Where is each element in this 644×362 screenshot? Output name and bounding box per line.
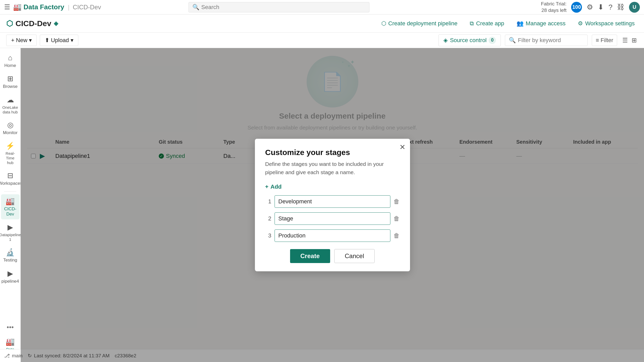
new-button[interactable]: + New ▾ — [6, 35, 37, 46]
search-bar[interactable]: 🔍 Search — [188, 2, 369, 12]
git-branch-icon: ⎇ — [4, 353, 10, 359]
plus-add-icon: + — [265, 183, 269, 190]
delete-stage-1-button[interactable]: 🗑 — [393, 198, 400, 205]
stage-num-2: 2 — [265, 215, 271, 222]
full-layout: ⌂ Home ⊞ Browse ☁ OneLakedata hub ◎ Moni… — [0, 48, 644, 362]
source-control-icon: ◈ — [443, 37, 448, 44]
customize-stages-modal: ✕ Customize your stages Define the stage… — [255, 139, 410, 271]
modal-close-button[interactable]: ✕ — [399, 143, 405, 151]
user-avatar[interactable]: U — [629, 2, 640, 13]
workspaces-icon: ⊟ — [7, 171, 13, 180]
stage-num-3: 3 — [265, 232, 271, 239]
chevron-down-icon-upload: ▾ — [71, 37, 73, 44]
plus-icon: + — [11, 37, 14, 44]
stage-row-1: 1 🗑 — [265, 195, 400, 208]
cicddev-icon: 🏭 — [6, 197, 15, 205]
workspace-title-text: CICD-Dev — [16, 19, 51, 28]
browse-icon: ⊞ — [7, 74, 13, 83]
toolbar-right: ◈ Source control 0 🔍 Filter by keyword ≡… — [438, 34, 638, 46]
stage-input-1[interactable] — [275, 195, 390, 208]
workspace-bar: ⬡ CICD-Dev ◈ ⬡ Create deployment pipelin… — [0, 14, 644, 33]
stage-num-1: 1 — [265, 198, 271, 205]
main-content: 📄 ✦ ✦ ✦ Select a deployment pipeline Sel… — [21, 48, 644, 362]
top-bar-right: Fabric Trial: 28 days left 100 ⚙ ⬇ ? ⛓ U — [541, 1, 640, 13]
more-button[interactable]: ••• — [4, 321, 16, 334]
modal-description: Define the stages you want to be include… — [265, 160, 400, 176]
datafactory-bottom-icon: 🏭 — [6, 337, 15, 346]
search-icon: 🔍 — [192, 4, 199, 11]
sidebar: ⌂ Home ⊞ Browse ☁ OneLakedata hub ◎ Moni… — [0, 48, 21, 362]
modal-actions: Create Cancel — [265, 249, 400, 263]
sidebar-item-realtime[interactable]: ⚡ Real-Timehub — [1, 139, 20, 168]
pipeline-icon: ⬡ — [381, 20, 386, 27]
realtime-icon: ⚡ — [6, 142, 15, 150]
modal-title: Customize your stages — [265, 148, 400, 157]
sidebar-item-browse[interactable]: ⊞ Browse — [1, 72, 20, 92]
source-control-badge: 0 — [489, 37, 496, 44]
people-icon: 👥 — [517, 20, 524, 27]
sidebar-item-datapipeline1[interactable]: ▶ Datapipeline1 — [1, 220, 20, 244]
sidebar-item-cicddev[interactable]: 🏭 CICD-Dev — [1, 194, 20, 220]
stage-row-3: 3 🗑 — [265, 229, 400, 242]
top-bar: ☰ 🏭 Data Factory | CICD-Dev 🔍 Search Fab… — [0, 0, 644, 14]
add-stage-button[interactable]: + Add — [265, 183, 282, 190]
list-view-icon[interactable]: ☰ — [621, 36, 629, 45]
download-icon[interactable]: ⬇ — [598, 3, 604, 11]
manage-access-button[interactable]: 👥 Manage access — [513, 19, 569, 28]
workspace-name-topbar: | CICD-Dev — [66, 4, 101, 11]
pipeline4-icon: ▶ — [7, 269, 13, 278]
upload-icon: ⬆ — [45, 37, 49, 44]
trial-info: Fabric Trial: 28 days left — [541, 1, 566, 13]
grid-view-icon[interactable]: ⊞ — [631, 36, 638, 45]
branch-indicator: ⎇ main — [4, 353, 22, 359]
workspace-title: ⬡ CICD-Dev ◈ — [6, 19, 58, 28]
sidebar-item-onelake[interactable]: ☁ OneLakedata hub — [1, 93, 20, 117]
diamond-icon: ◈ — [54, 20, 58, 27]
stage-input-3[interactable] — [275, 229, 390, 242]
datapipeline1-icon: ▶ — [7, 223, 13, 232]
sidebar-item-home[interactable]: ⌂ Home — [1, 51, 20, 71]
modal-overlay: ✕ Customize your stages Define the stage… — [21, 48, 644, 362]
app-icon: ⧉ — [470, 20, 474, 27]
sidebar-item-workspaces[interactable]: ⊟ Workspaces — [1, 169, 20, 189]
hamburger-icon[interactable]: ☰ — [4, 3, 10, 11]
workspace-actions: ⬡ Create deployment pipeline ⧉ Create ap… — [378, 19, 638, 28]
upload-button[interactable]: ⬆ Upload ▾ — [40, 35, 78, 46]
logo-icon: 🏭 — [13, 3, 21, 11]
network-icon[interactable]: ⛓ — [617, 3, 624, 11]
create-pipeline-button[interactable]: ⬡ Create deployment pipeline — [378, 19, 461, 28]
app-logo: 🏭 Data Factory | CICD-Dev — [13, 3, 101, 11]
search-filter-icon: 🔍 — [509, 37, 516, 44]
gear-icon: ⚙ — [578, 20, 583, 27]
filter-input[interactable]: 🔍 Filter by keyword — [505, 35, 588, 46]
search-placeholder: Search — [201, 4, 219, 11]
monitor-icon: ◎ — [7, 121, 13, 129]
toolbar: + New ▾ ⬆ Upload ▾ ◈ Source control 0 🔍 … — [0, 33, 644, 48]
sidebar-item-pipeline4[interactable]: ▶ pipeline4 — [1, 267, 20, 287]
cancel-button[interactable]: Cancel — [334, 249, 375, 263]
sidebar-item-testing[interactable]: 🔬 Testing — [1, 245, 20, 265]
testing-icon: 🔬 — [6, 248, 15, 257]
stage-row-2: 2 🗑 — [265, 212, 400, 225]
filter-icon: ≡ — [596, 37, 599, 44]
chevron-down-icon: ▾ — [29, 37, 32, 44]
create-app-button[interactable]: ⧉ Create app — [467, 19, 507, 28]
onelake-icon: ☁ — [7, 96, 14, 104]
delete-stage-3-button[interactable]: 🗑 — [393, 232, 400, 239]
workspace-settings-button[interactable]: ⚙ Workspace settings — [575, 19, 638, 28]
filter-button[interactable]: ≡ Filter — [592, 35, 617, 46]
home-icon: ⌂ — [8, 54, 12, 62]
settings-icon[interactable]: ⚙ — [587, 3, 593, 11]
sidebar-divider — [4, 191, 16, 192]
help-icon[interactable]: ? — [608, 3, 612, 11]
delete-stage-2-button[interactable]: 🗑 — [393, 215, 400, 222]
workspace-logo-icon: ⬡ — [6, 19, 13, 28]
app-name: Data Factory — [24, 3, 64, 11]
source-control-button[interactable]: ◈ Source control 0 — [438, 34, 501, 46]
trial-badge-circle: 100 — [571, 2, 582, 13]
view-toggle: ☰ ⊞ — [621, 36, 638, 45]
sidebar-item-monitor[interactable]: ◎ Monitor — [1, 118, 20, 138]
create-button[interactable]: Create — [290, 249, 330, 263]
stage-input-2[interactable] — [275, 212, 390, 225]
